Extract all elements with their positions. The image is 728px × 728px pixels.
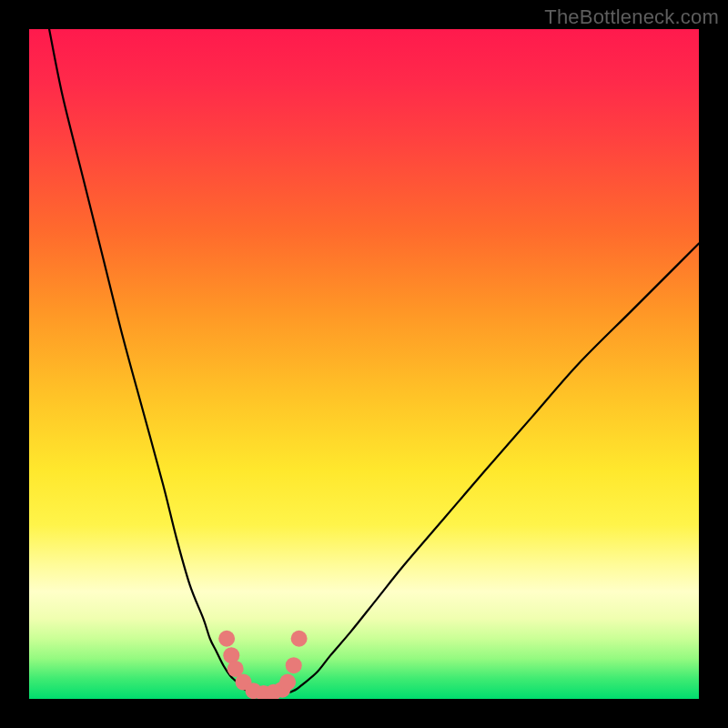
curves-svg <box>29 29 699 699</box>
left-curve <box>49 29 250 693</box>
watermark-text: TheBottleneck.com <box>544 5 719 29</box>
valley-markers <box>218 631 307 699</box>
plot-area <box>29 29 699 699</box>
chart-frame: TheBottleneck.com <box>0 0 728 728</box>
valley-marker <box>279 674 296 691</box>
right-curve <box>290 244 699 693</box>
series-lines <box>49 29 699 693</box>
valley-marker <box>218 631 235 647</box>
valley-marker <box>286 657 302 673</box>
valley-marker <box>291 631 308 647</box>
